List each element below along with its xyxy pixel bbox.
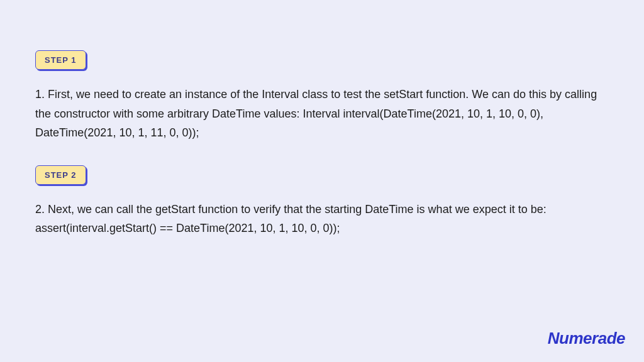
- numerade-logo: Numerade: [548, 329, 625, 348]
- content-area: STEP 1 1. First, we need to create an in…: [0, 0, 644, 238]
- step-1-text: 1. First, we need to create an instance …: [35, 85, 609, 143]
- step-2-badge: STEP 2: [35, 165, 86, 185]
- step-2-text: 2. Next, we can call the getStart functi…: [35, 200, 609, 238]
- step-1-badge: STEP 1: [35, 50, 86, 70]
- step-block-1: STEP 1 1. First, we need to create an in…: [35, 50, 609, 143]
- step-block-2: STEP 2 2. Next, we can call the getStart…: [35, 165, 609, 238]
